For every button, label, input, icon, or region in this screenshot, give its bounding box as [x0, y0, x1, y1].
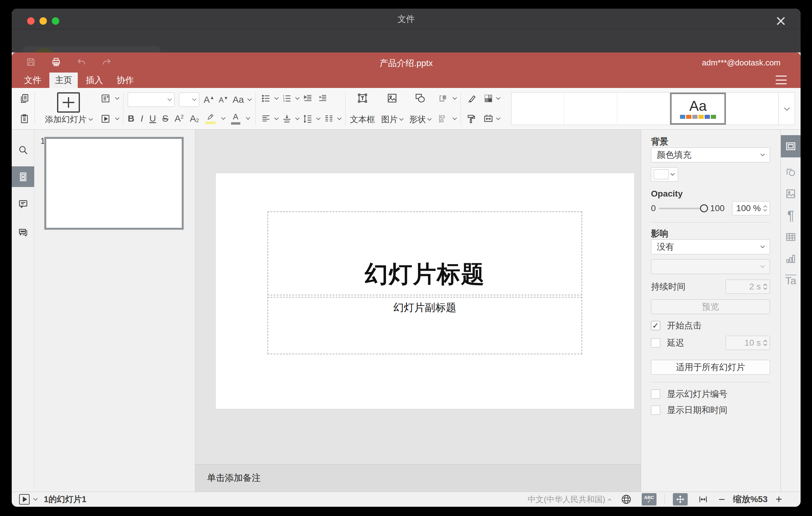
paste-icon[interactable]: [19, 113, 30, 125]
highlight-color-icon[interactable]: [205, 113, 216, 124]
delay-checkbox[interactable]: [651, 338, 660, 347]
zoom-in-icon[interactable]: +: [776, 494, 782, 505]
duration-row: 持续时间 2 s: [651, 280, 770, 294]
insert-image-button[interactable]: 图片: [381, 92, 403, 125]
opacity-value-spinner[interactable]: 100 %: [732, 201, 770, 216]
duration-spinner[interactable]: 2 s: [726, 280, 770, 294]
fit-to-width-icon[interactable]: [696, 493, 710, 506]
start-on-click-checkbox[interactable]: ✓: [651, 321, 660, 330]
tab-home[interactable]: 主页: [49, 73, 78, 88]
theme-gallery-expand-icon[interactable]: [779, 93, 795, 125]
image-icon: [386, 92, 398, 104]
insert-textbox-button[interactable]: 文本框: [350, 92, 375, 125]
comments-icon[interactable]: [12, 196, 34, 212]
close-icon[interactable]: [773, 13, 789, 29]
preview-options-chevron-icon[interactable]: [33, 496, 38, 500]
clear-style-icon[interactable]: [465, 93, 477, 104]
copy-style-icon[interactable]: [465, 113, 477, 125]
menu-icon[interactable]: [776, 76, 787, 84]
show-date-time-checkbox[interactable]: [651, 405, 660, 415]
fill-color-picker[interactable]: [651, 167, 678, 181]
start-preview-icon[interactable]: [19, 494, 30, 505]
table-settings-icon[interactable]: [781, 229, 801, 245]
slide-counter: 1的幻灯片1: [44, 494, 86, 505]
align-shape-icon[interactable]: [437, 113, 449, 125]
font-size-combo[interactable]: [179, 93, 199, 107]
increase-font-icon[interactable]: A▲: [204, 94, 214, 105]
slide-settings-icon[interactable]: [781, 135, 801, 157]
effect-select[interactable]: 没有: [651, 239, 770, 254]
zoom-out-icon[interactable]: −: [719, 494, 725, 505]
title-placeholder[interactable]: 幻灯片标题: [267, 211, 582, 295]
tab-collaboration[interactable]: 协作: [111, 73, 140, 88]
theme-thumbnail[interactable]: [564, 93, 617, 125]
decrease-font-icon[interactable]: A▼: [219, 95, 228, 104]
decrease-indent-icon[interactable]: [302, 93, 314, 104]
theme-thumbnail-selected[interactable]: Aa: [670, 93, 726, 125]
fill-type-select[interactable]: 颜色填充: [651, 147, 770, 162]
slide-size-icon[interactable]: [483, 113, 494, 125]
add-slide-button[interactable]: 添加幻灯片: [39, 92, 98, 125]
slide-surface[interactable]: 幻灯片标题 幻灯片副标题: [216, 173, 634, 409]
slides-panel-icon[interactable]: [12, 166, 34, 187]
opacity-slider-row: 0 100 100 %: [651, 201, 770, 216]
language-selector[interactable]: 中文(中华人民共和国): [528, 494, 611, 505]
columns-icon[interactable]: [323, 113, 335, 125]
bold-icon[interactable]: B: [128, 113, 135, 124]
spellcheck-icon[interactable]: ABC✓: [642, 493, 657, 506]
apply-to-all-button[interactable]: 适用于所有幻灯片: [651, 360, 770, 375]
chat-icon[interactable]: [12, 224, 34, 240]
editor-canvas[interactable]: 幻灯片标题 幻灯片副标题: [195, 130, 641, 464]
paragraph-group: [260, 93, 341, 125]
vertical-align-icon[interactable]: [281, 113, 293, 125]
subscript-icon[interactable]: A2: [190, 113, 199, 124]
underline-icon[interactable]: U: [149, 113, 156, 124]
strikethrough-icon[interactable]: S: [162, 113, 169, 124]
numbered-list-icon[interactable]: [281, 93, 293, 104]
text-art-settings-icon[interactable]: Ta: [781, 272, 801, 288]
arrange-shape-icon[interactable]: [437, 93, 449, 104]
font-name-combo[interactable]: [128, 93, 175, 107]
background-label: 背景: [651, 136, 770, 147]
theme-thumbnail[interactable]: [617, 93, 670, 125]
search-icon[interactable]: [12, 142, 34, 158]
notes-area[interactable]: 单击添加备注: [195, 464, 641, 492]
subtitle-placeholder[interactable]: 幻灯片副标题: [267, 297, 582, 354]
shape-settings-icon[interactable]: [781, 164, 801, 180]
bullet-list-icon[interactable]: [260, 93, 272, 104]
tab-file[interactable]: 文件: [19, 73, 47, 88]
shape-fill-icon[interactable]: [483, 93, 494, 104]
change-case-icon[interactable]: Aa: [233, 94, 244, 105]
show-date-time-row: 显示日期和时间: [651, 404, 770, 416]
slide-tools-group: [100, 93, 119, 125]
tab-insert[interactable]: 插入: [80, 73, 109, 88]
increase-indent-icon[interactable]: [317, 93, 328, 104]
opacity-slider-thumb[interactable]: [700, 204, 708, 212]
effect-type-select[interactable]: [651, 259, 770, 274]
globe-icon[interactable]: [619, 493, 634, 506]
delay-spinner[interactable]: 10 s: [726, 336, 770, 350]
superscript-icon[interactable]: A2: [175, 113, 183, 124]
show-slide-number-checkbox[interactable]: [651, 390, 660, 399]
image-settings-icon[interactable]: [781, 186, 801, 202]
preview-button[interactable]: 预览: [651, 299, 770, 314]
insert-shape-button[interactable]: 形状: [409, 92, 431, 125]
horizontal-align-icon[interactable]: [260, 113, 272, 125]
italic-icon[interactable]: I: [141, 113, 143, 124]
theme-thumbnail[interactable]: [726, 93, 779, 125]
copy-icon[interactable]: [19, 93, 30, 104]
zoom-level: 缩放%53: [733, 493, 767, 505]
line-spacing-icon[interactable]: [302, 113, 314, 125]
start-slideshow-icon[interactable]: [100, 113, 111, 125]
slide-thumbnail[interactable]: [45, 137, 183, 230]
theme-thumbnail[interactable]: [512, 93, 564, 125]
slide-layout-icon[interactable]: [100, 93, 111, 104]
chart-settings-icon[interactable]: [781, 251, 801, 267]
start-on-click-row: ✓ 开始点击: [651, 320, 770, 332]
notes-placeholder: 单击添加备注: [207, 472, 261, 484]
font-color-icon[interactable]: A: [231, 112, 240, 125]
fit-to-slide-icon[interactable]: [673, 493, 688, 506]
start-on-click-label: 开始点击: [667, 320, 701, 332]
paragraph-settings-icon[interactable]: ¶: [781, 207, 801, 224]
opacity-slider[interactable]: [659, 208, 704, 209]
